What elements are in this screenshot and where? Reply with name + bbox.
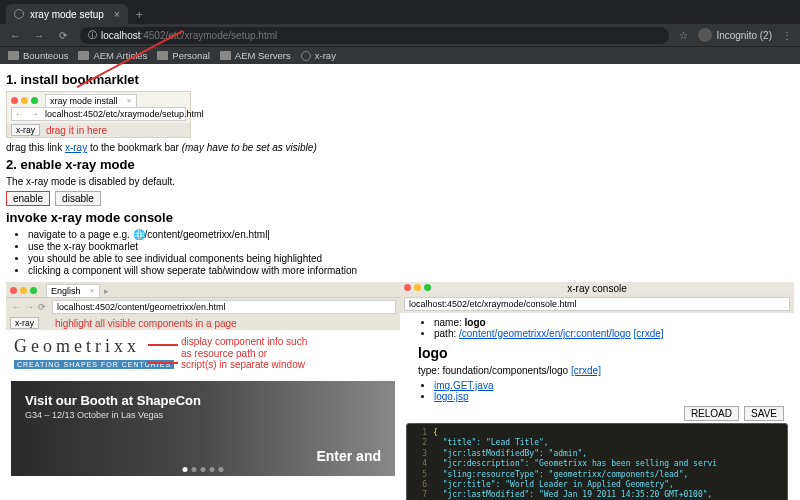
arrow-red-icon — [148, 362, 178, 364]
mini-tab: xray mode install× — [45, 94, 137, 107]
bookmark-xray[interactable]: x-ray — [301, 50, 336, 61]
traffic-light-min — [414, 284, 421, 291]
reload-button[interactable]: RELOAD — [684, 406, 739, 421]
heading-install: 1. install bookmarklet — [6, 72, 794, 87]
bookmark-star-icon[interactable]: ☆ — [679, 30, 688, 41]
bookmark-folder[interactable]: Bounteous — [8, 50, 68, 61]
mini-back-icon: ← — [12, 302, 21, 312]
carousel-dots — [181, 467, 226, 472]
tab-title: xray mode setup — [30, 9, 104, 20]
mini-url-bar: ← → localhost:4502/etc/xraymode/setup.ht… — [11, 107, 186, 121]
close-tab-icon[interactable]: × — [114, 9, 120, 20]
traffic-light-min — [21, 97, 28, 104]
traffic-light-close — [404, 284, 411, 291]
callout-highlight: highlight all visible components in a pa… — [55, 318, 237, 329]
screenshot-geometrixx: English× ▸ ← → ⟳ localhost:4502/content/… — [6, 282, 400, 500]
list-item: you should be able to see individual com… — [28, 253, 794, 264]
save-button[interactable]: SAVE — [744, 406, 784, 421]
new-tab-button[interactable]: + — [136, 8, 143, 22]
path-link[interactable]: /content/geometrixx/en/jcr:content/logo — [459, 328, 631, 339]
screenshots-row: English× ▸ ← → ⟳ localhost:4502/content/… — [6, 282, 794, 500]
traffic-light-max — [30, 287, 37, 294]
page-content: 1. install bookmarklet xray mode install… — [0, 64, 800, 500]
heading-invoke: invoke x-ray mode console — [6, 210, 794, 225]
instruction-list: navigate to a page e.g. 🌐/content/geomet… — [28, 229, 794, 276]
info-name: name: logo — [434, 317, 776, 328]
traffic-light-close — [10, 287, 17, 294]
hero-subtitle: G34 – 12/13 October in Las Vegas — [25, 410, 381, 420]
list-item: clicking a component will show seperate … — [28, 265, 794, 276]
favicon-placeholder — [14, 9, 24, 19]
mini-forward-icon: → — [30, 109, 39, 119]
component-type: type: foundation/components/logo [crxde] — [418, 365, 776, 376]
browser-toolbar: ← → ⟳ ⓘ localhost :4502 /etc/xraymode/se… — [0, 24, 800, 46]
mini-bookmark-bar: x-ray drag it in here — [7, 123, 190, 137]
back-icon[interactable]: ← — [8, 30, 22, 41]
json-code-editor[interactable]: 1{ 2 "title": "Lead Title", 3 "jcr:lastM… — [406, 423, 788, 500]
xray-window-title: x-ray console — [400, 282, 794, 295]
crxde-link[interactable]: [crxde] — [634, 328, 664, 339]
hero-title: Visit our Booth at ShapeCon — [25, 393, 381, 408]
arrow-red-icon — [148, 344, 178, 346]
drag-hint-text: drag it in here — [46, 125, 107, 136]
url-port: :4502 — [140, 30, 165, 41]
traffic-light-max — [31, 97, 38, 104]
overflow-menu-icon[interactable]: ⋮ — [782, 30, 792, 41]
screenshot-xray-console: x-ray console localhost:4502/etc/xraymod… — [400, 282, 794, 500]
disable-button[interactable]: disable — [55, 191, 101, 206]
address-bar[interactable]: ⓘ localhost :4502 /etc/xraymode/setup.ht… — [80, 27, 669, 44]
info-path: path: /content/geometrixx/en/jcr:content… — [434, 328, 776, 339]
mini-browser-illustration: xray mode install× ← → localhost:4502/et… — [6, 91, 191, 138]
browser-tab[interactable]: xray mode setup × — [6, 4, 128, 24]
drag-instruction: drag this link x-ray to the bookmark bar… — [6, 142, 794, 153]
mini-url-text: localhost:4502/content/geometrixx/en.htm… — [52, 300, 396, 314]
mini-tab: English× — [46, 284, 100, 297]
heading-enable: 2. enable x-ray mode — [6, 157, 794, 172]
new-tab-icon: ▸ — [104, 286, 109, 296]
incognito-badge[interactable]: Incognito (2) — [698, 28, 772, 42]
xray-drag-link[interactable]: x-ray — [65, 142, 87, 153]
forward-icon[interactable]: → — [32, 30, 46, 41]
traffic-light-min — [20, 287, 27, 294]
crxde-link[interactable]: [crxde] — [571, 365, 601, 376]
disabled-note: The x-ray mode is disabled by default. — [6, 176, 794, 187]
script-link[interactable]: img.GET.java — [434, 380, 493, 391]
mini-forward-icon: → — [25, 302, 34, 312]
url-host: localhost — [101, 30, 140, 41]
xray-info: name: logo path: /content/geometrixx/en/… — [400, 313, 794, 406]
script-link[interactable]: logo.jsp — [434, 391, 468, 402]
enable-controls: enable disable — [6, 191, 794, 206]
traffic-light-max — [424, 284, 431, 291]
bookmark-folder[interactable]: AEM Servers — [220, 50, 291, 61]
list-item: navigate to a page e.g. 🌐/content/geomet… — [28, 229, 794, 240]
site-info-icon[interactable]: ⓘ — [88, 29, 97, 42]
mini-xray-bookmarklet: x-ray — [11, 124, 40, 136]
script-link-item: img.GET.java — [434, 380, 776, 391]
xray-url: localhost:4502/etc/xraymode/console.html — [404, 297, 790, 311]
mini-back-icon: ← — [15, 109, 24, 119]
component-heading: logo — [418, 345, 776, 361]
hero-cta: Enter and — [316, 448, 381, 464]
enable-button[interactable]: enable — [6, 191, 50, 206]
mini-reload-icon: ⟳ — [38, 302, 46, 312]
bookmark-folder[interactable]: Personal — [157, 50, 210, 61]
traffic-light-close — [11, 97, 18, 104]
bookmarks-bar: Bounteous AEM Articles Personal AEM Serv… — [0, 46, 800, 64]
hero-carousel: Visit our Booth at ShapeCon G34 – 12/13 … — [11, 381, 395, 476]
xray-bookmarklet: x-ray — [10, 317, 39, 329]
incognito-icon — [698, 28, 712, 42]
reload-icon[interactable]: ⟳ — [56, 30, 70, 41]
callout-component-info: display component info such as resource … — [181, 336, 307, 371]
script-link-item: logo.jsp — [434, 391, 776, 402]
geometrixx-header: Geometrixx CREATING SHAPES FOR CENTURIES… — [6, 330, 400, 375]
browser-tab-strip: xray mode setup × + — [0, 0, 800, 24]
list-item: use the x-ray bookmarlet — [28, 241, 794, 252]
